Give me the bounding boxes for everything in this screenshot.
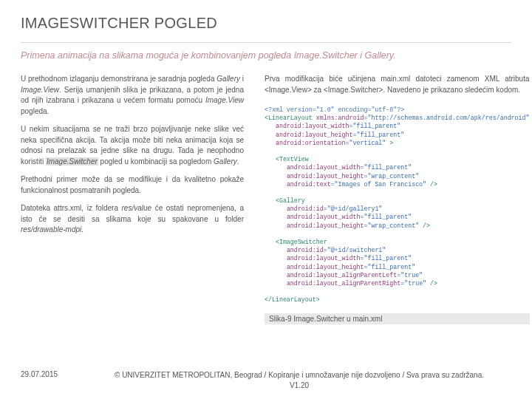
footer-copy-line2: V1.20 (290, 381, 309, 389)
code-val: ="fill_parent" (360, 255, 412, 262)
code-val: ="fill_parent" (364, 264, 415, 270)
footer-date: 29.07.2015 (21, 370, 87, 378)
code-attr: android:layout_height (287, 264, 364, 270)
code-attr: android:id (287, 205, 324, 212)
left-p2: U nekim situacijama se ne traži brzo poj… (21, 124, 244, 167)
text: U prethodnom izlaganju demonstrirana je … (21, 75, 216, 83)
code-tag: </LinearLayout> (265, 296, 320, 303)
code-block: <?xml version="1.0" encoding="utf-8"?> <… (265, 103, 530, 304)
text: pogleda. (21, 107, 49, 115)
code-tag: <LinearLayout (265, 115, 313, 121)
text: pogled u kombinaciji sa pogledom (98, 157, 214, 166)
subtitle: Primena animacija na slikama moguća je k… (21, 50, 511, 61)
code-attr: android:id (287, 247, 324, 253)
text: . (81, 225, 83, 233)
code-tag: <ImageSwitcher (276, 239, 327, 245)
code-attr: android:layout_width (276, 123, 349, 129)
code-val: ="fill_parent" (349, 123, 401, 129)
code-tag: /> (419, 222, 430, 229)
text: . (237, 157, 239, 166)
text-italic: Gallery (214, 157, 237, 166)
footer-copyright: © UNIVERZITET METROPOLITAN, Beograd / Ko… (87, 370, 511, 390)
code-val: ="fill_parent" (353, 132, 405, 138)
code-attr: android:layout_alignParentLeft (287, 272, 397, 279)
text-italic: Image.View (205, 96, 244, 104)
code-attr: android:layout_alignParentRight (287, 280, 400, 287)
code-line: <?xml version="1.0" encoding="utf-8"?> (265, 106, 404, 113)
code-attr: android:layout_width (287, 164, 361, 171)
code-attr: android:layout_height (276, 132, 353, 138)
text-italic: Gallery (216, 75, 240, 83)
code-attr: android:layout_width (287, 255, 361, 262)
code-val: ="@+id/gallery1" (324, 205, 383, 212)
code-tag: /> (426, 280, 437, 287)
left-p3: Prethodni primer može da se modifikuje i… (21, 174, 244, 196)
left-column: U prethodnom izlaganju demonstrirana je … (21, 74, 244, 324)
code-val: ="true" (400, 280, 426, 287)
footer: 29.07.2015 © UNIVERZITET METROPOLITAN, B… (21, 370, 511, 390)
code-tag: > (386, 140, 393, 146)
code-val: ="true" (397, 272, 423, 279)
page-title: IMAGESWITCHER POGLED (21, 15, 511, 32)
code-tag: <Gallery (276, 197, 305, 204)
code-attr: android:text (287, 181, 331, 188)
code-attr: android:layout_width (287, 214, 361, 220)
code-val: ="@+id/switcher1" (324, 247, 386, 253)
left-p1: U prethodnom izlaganju demonstrirana je … (21, 74, 244, 117)
code-attr: android:orientation (276, 140, 346, 146)
code-val: ="fill_parent" (360, 164, 412, 171)
code-val: ="Images of San Francisco" (331, 181, 426, 188)
code-val: ="vertical" (346, 140, 386, 146)
text: i (240, 75, 244, 83)
code-attr: xmlns:android (316, 115, 364, 121)
code-attr: android:layout_height (287, 173, 364, 180)
code-val: ="http://schemas.android.com/apk/res/and… (364, 115, 529, 121)
code-val: ="fill_parent" (360, 214, 412, 220)
text: Datoteka attrs.xml, iz foldera (21, 204, 122, 212)
code-tag: <TextView (276, 156, 309, 163)
code-attr: android:layout_height (287, 222, 364, 229)
code-tag: /> (426, 181, 437, 188)
content-columns: U prethodnom izlaganju demonstrirana je … (21, 74, 511, 324)
text-italic: Image.View (21, 86, 59, 94)
right-p1: Prva modifikacija biće učinjena main.xml… (265, 74, 530, 95)
footer-copy-line1: © UNIVERZITET METROPOLITAN, Beograd / Ko… (115, 371, 484, 379)
right-column: Prva modifikacija biće učinjena main.xml… (265, 74, 530, 324)
figure-caption: Slika-9 Image.Switcher u main.xml (265, 313, 530, 324)
text-italic: res/drawable-mdpi (21, 225, 81, 233)
text-italic: res/value (122, 204, 152, 212)
code-val: ="wrap_content" (364, 173, 419, 180)
divider (21, 42, 511, 43)
left-p4: Datoteka attrs.xml, iz foldera res/value… (21, 203, 244, 236)
code-val: ="wrap_content" (364, 222, 419, 229)
text-highlight: Image.Switcher (46, 157, 98, 166)
